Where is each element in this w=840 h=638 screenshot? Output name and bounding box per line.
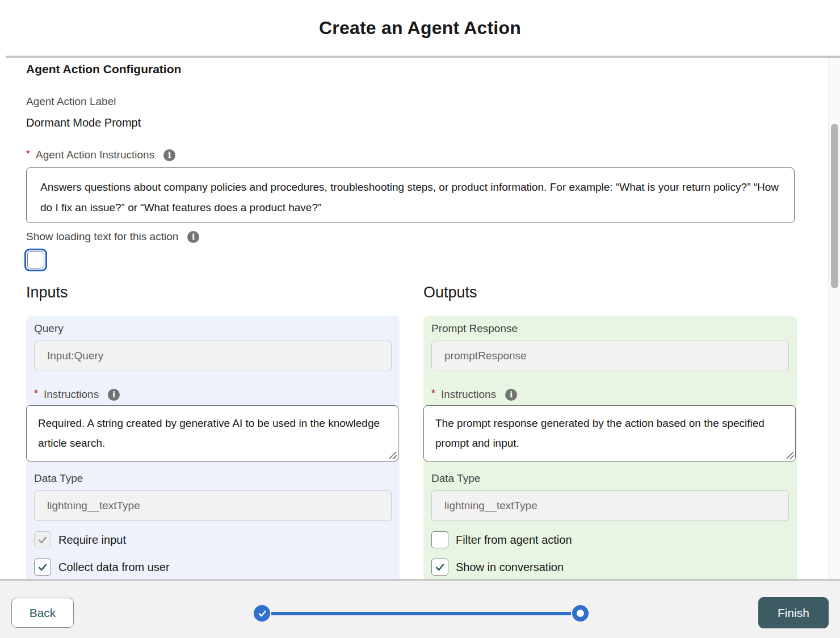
progress-indicator [254,605,589,622]
require-input-checkbox [34,531,51,548]
section-heading-agent-action-configuration: Agent Action Configuration [26,62,181,76]
create-agent-action-modal: Create an Agent Action Agent Action Conf… [0,0,840,638]
info-icon[interactable] [505,389,517,401]
input-name-label: Query [34,322,64,335]
input-instructions-textarea[interactable]: Required. A string created by generative… [26,405,398,461]
step-current-icon [572,605,589,622]
agent-action-label-value: Dormant Mode Prompt [26,116,141,129]
checkbox-box [27,251,44,268]
vertical-scrollbar-thumb[interactable] [831,124,838,288]
checkmark-icon [434,561,446,573]
filter-from-agent-action-label: Filter from agent action [456,534,572,547]
resize-handle-icon[interactable] [787,452,794,459]
modal-title: Create an Agent Action [319,18,521,39]
show-loading-text-label-row: Show loading text for this action [26,230,199,243]
collect-data-label: Collect data from user [58,561,170,574]
modal-body: Agent Action Configuration Agent Action … [0,58,840,579]
modal-footer: Back Finish [0,579,840,638]
info-icon[interactable] [163,149,175,161]
require-input-label: Require input [58,534,126,547]
agent-action-label-caption: Agent Action Label [26,95,116,108]
output-instructions-textarea-wrap: The prompt response generated by the act… [423,405,796,461]
finish-button[interactable]: Finish [758,597,829,628]
inputs-section-heading: Inputs [26,284,68,301]
show-loading-text-checkbox[interactable] [24,249,47,271]
back-button[interactable]: Back [11,598,74,628]
show-in-conversation-row: Show in conversation [431,559,564,576]
input-name-field: Input:Query [34,341,392,371]
required-asterisk: * [34,388,38,400]
modal-header: Create an Agent Action [0,0,840,56]
output-instructions-label: Instructions [441,388,496,401]
input-data-type-field: lightning__textType [34,490,392,521]
checkmark-icon [37,561,48,573]
output-name-field: promptResponse [431,341,789,371]
show-loading-text-label: Show loading text for this action [26,230,178,243]
input-instructions-textarea-wrap: Required. A string created by generative… [26,405,398,461]
resize-handle-icon[interactable] [389,452,397,459]
outputs-panel: Prompt Response promptResponse * Instruc… [423,316,797,579]
input-instructions-label: Instructions [44,388,99,401]
collect-data-row: Collect data from user [34,559,170,576]
vertical-scrollbar-track[interactable] [828,58,840,579]
outputs-section-heading: Outputs [423,284,477,301]
output-instructions-textarea[interactable]: The prompt response generated by the act… [423,405,796,461]
require-input-row: Require input [34,531,126,548]
output-name-label: Prompt Response [431,322,518,335]
filter-from-agent-action-row: Filter from agent action [431,531,572,548]
filter-from-agent-action-checkbox[interactable] [431,531,448,548]
info-icon[interactable] [108,389,120,401]
collect-data-checkbox[interactable] [34,559,51,576]
input-data-type-label: Data Type [34,472,83,485]
inputs-panel: Query Input:Query * Instructions Require… [26,316,400,579]
checkmark-icon [258,609,267,618]
required-asterisk: * [26,148,30,160]
agent-action-instructions-label: Agent Action Instructions [36,149,154,161]
info-icon[interactable] [187,231,199,243]
show-in-conversation-checkbox[interactable] [431,559,448,576]
output-instructions-label-row: * Instructions [431,388,517,401]
input-instructions-label-row: * Instructions [34,388,120,401]
output-data-type-label: Data Type [431,472,480,485]
step-completed-icon [254,605,270,622]
progress-line [271,612,571,615]
checkmark-icon [37,534,48,545]
output-data-type-field: lightning__textType [431,490,789,521]
required-asterisk: * [431,388,435,400]
show-in-conversation-label: Show in conversation [456,561,564,574]
agent-action-instructions-label-row: * Agent Action Instructions [26,149,175,161]
agent-action-instructions-textarea[interactable]: Answers questions about company policies… [26,167,795,223]
